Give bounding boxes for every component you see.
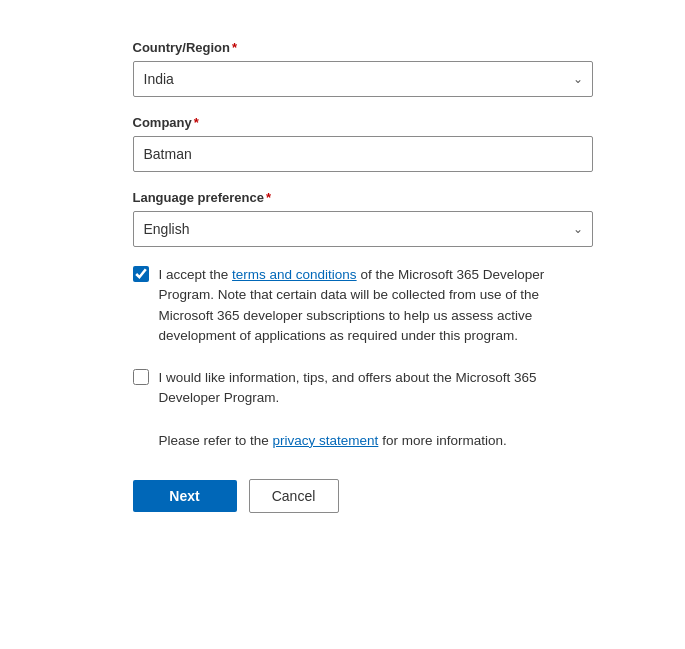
- terms-link[interactable]: terms and conditions: [232, 267, 357, 282]
- language-label: Language preference*: [133, 190, 593, 205]
- offers-checkbox-group: I would like information, tips, and offe…: [133, 368, 593, 409]
- company-field-group: Company*: [133, 115, 593, 172]
- language-field-group: Language preference* English French Span…: [133, 190, 593, 247]
- company-input[interactable]: [133, 136, 593, 172]
- cancel-button[interactable]: Cancel: [249, 479, 339, 513]
- offers-checkbox-label[interactable]: I would like information, tips, and offe…: [159, 368, 593, 409]
- country-required-marker: *: [232, 40, 237, 55]
- company-label-text: Company: [133, 115, 192, 130]
- button-row: Next Cancel: [133, 479, 593, 513]
- offers-checkbox[interactable]: [133, 369, 149, 385]
- next-button[interactable]: Next: [133, 480, 237, 512]
- language-label-text: Language preference: [133, 190, 265, 205]
- company-required-marker: *: [194, 115, 199, 130]
- terms-checkbox-group: I accept the terms and conditions of the…: [133, 265, 593, 346]
- privacy-statement: Please refer to the privacy statement fo…: [159, 431, 593, 451]
- company-label: Company*: [133, 115, 593, 130]
- language-select[interactable]: English French Spanish German Japanese: [133, 211, 593, 247]
- country-label: Country/Region*: [133, 40, 593, 55]
- country-select[interactable]: India United States United Kingdom Austr…: [133, 61, 593, 97]
- country-select-wrapper: India United States United Kingdom Austr…: [133, 61, 593, 97]
- country-region-field-group: Country/Region* India United States Unit…: [133, 40, 593, 97]
- form-container: Country/Region* India United States Unit…: [53, 20, 633, 553]
- language-required-marker: *: [266, 190, 271, 205]
- country-label-text: Country/Region: [133, 40, 231, 55]
- terms-checkbox-label[interactable]: I accept the terms and conditions of the…: [159, 265, 593, 346]
- language-select-wrapper: English French Spanish German Japanese ⌄: [133, 211, 593, 247]
- privacy-link[interactable]: privacy statement: [273, 433, 379, 448]
- terms-checkbox[interactable]: [133, 266, 149, 282]
